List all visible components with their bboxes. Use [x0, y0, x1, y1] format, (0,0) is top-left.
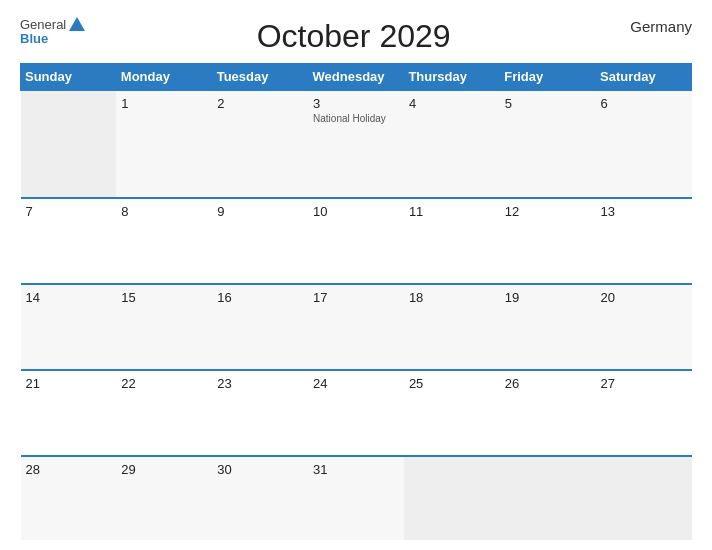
day-number: 21	[26, 376, 112, 391]
calendar-week-row: 21222324252627	[21, 370, 692, 456]
day-number: 11	[409, 204, 495, 219]
day-number: 15	[121, 290, 207, 305]
calendar-week-row: 28293031	[21, 456, 692, 540]
day-number: 10	[313, 204, 399, 219]
logo: General Blue	[20, 18, 85, 47]
day-number: 6	[601, 96, 687, 111]
calendar-cell	[21, 90, 117, 198]
day-number: 20	[601, 290, 687, 305]
calendar-cell: 16	[212, 284, 308, 370]
weekday-header-saturday: Saturday	[596, 64, 692, 91]
weekday-header-friday: Friday	[500, 64, 596, 91]
calendar-week-row: 78910111213	[21, 198, 692, 284]
calendar-cell	[404, 456, 500, 540]
calendar-cell: 2	[212, 90, 308, 198]
day-number: 16	[217, 290, 303, 305]
calendar-cell: 26	[500, 370, 596, 456]
day-number: 23	[217, 376, 303, 391]
weekday-header-wednesday: Wednesday	[308, 64, 404, 91]
calendar-cell: 18	[404, 284, 500, 370]
day-number: 2	[217, 96, 303, 111]
weekday-header-row: SundayMondayTuesdayWednesdayThursdayFrid…	[21, 64, 692, 91]
calendar-cell: 29	[116, 456, 212, 540]
calendar-cell: 25	[404, 370, 500, 456]
day-number: 1	[121, 96, 207, 111]
holiday-label: National Holiday	[313, 113, 399, 124]
calendar-cell: 7	[21, 198, 117, 284]
day-number: 5	[505, 96, 591, 111]
calendar-cell: 6	[596, 90, 692, 198]
day-number: 17	[313, 290, 399, 305]
calendar-cell: 5	[500, 90, 596, 198]
calendar-cell: 27	[596, 370, 692, 456]
calendar-cell: 19	[500, 284, 596, 370]
calendar-cell: 20	[596, 284, 692, 370]
day-number: 13	[601, 204, 687, 219]
weekday-header-tuesday: Tuesday	[212, 64, 308, 91]
day-number: 25	[409, 376, 495, 391]
calendar-title: October 2029	[85, 18, 622, 55]
calendar-cell: 28	[21, 456, 117, 540]
day-number: 22	[121, 376, 207, 391]
day-number: 29	[121, 462, 207, 477]
calendar-week-row: 14151617181920	[21, 284, 692, 370]
day-number: 12	[505, 204, 591, 219]
calendar-cell: 21	[21, 370, 117, 456]
weekday-header-thursday: Thursday	[404, 64, 500, 91]
day-number: 3	[313, 96, 399, 111]
day-number: 24	[313, 376, 399, 391]
calendar-cell: 30	[212, 456, 308, 540]
calendar-cell: 12	[500, 198, 596, 284]
day-number: 9	[217, 204, 303, 219]
day-number: 4	[409, 96, 495, 111]
day-number: 31	[313, 462, 399, 477]
calendar-cell: 22	[116, 370, 212, 456]
calendar-cell: 11	[404, 198, 500, 284]
weekday-header-monday: Monday	[116, 64, 212, 91]
calendar-cell: 8	[116, 198, 212, 284]
calendar-table: SundayMondayTuesdayWednesdayThursdayFrid…	[20, 63, 692, 540]
calendar-cell: 31	[308, 456, 404, 540]
calendar-cell: 4	[404, 90, 500, 198]
logo-triangle-icon	[69, 17, 85, 31]
day-number: 14	[26, 290, 112, 305]
calendar-cell	[500, 456, 596, 540]
calendar-cell: 1	[116, 90, 212, 198]
day-number: 18	[409, 290, 495, 305]
logo-blue-text: Blue	[20, 32, 48, 46]
day-number: 7	[26, 204, 112, 219]
calendar-page: General Blue October 2029 Germany Sunday…	[0, 0, 712, 550]
day-number: 8	[121, 204, 207, 219]
calendar-cell: 23	[212, 370, 308, 456]
calendar-cell	[596, 456, 692, 540]
country-label: Germany	[622, 18, 692, 35]
day-number: 26	[505, 376, 591, 391]
day-number: 30	[217, 462, 303, 477]
calendar-cell: 24	[308, 370, 404, 456]
calendar-cell: 14	[21, 284, 117, 370]
calendar-cell: 9	[212, 198, 308, 284]
calendar-cell: 3National Holiday	[308, 90, 404, 198]
calendar-week-row: 123National Holiday456	[21, 90, 692, 198]
calendar-cell: 13	[596, 198, 692, 284]
calendar-header: General Blue October 2029 Germany	[20, 18, 692, 55]
calendar-cell: 17	[308, 284, 404, 370]
day-number: 19	[505, 290, 591, 305]
logo-general-text: General	[20, 18, 66, 32]
calendar-cell: 15	[116, 284, 212, 370]
day-number: 28	[26, 462, 112, 477]
calendar-cell: 10	[308, 198, 404, 284]
day-number: 27	[601, 376, 687, 391]
weekday-header-sunday: Sunday	[21, 64, 117, 91]
